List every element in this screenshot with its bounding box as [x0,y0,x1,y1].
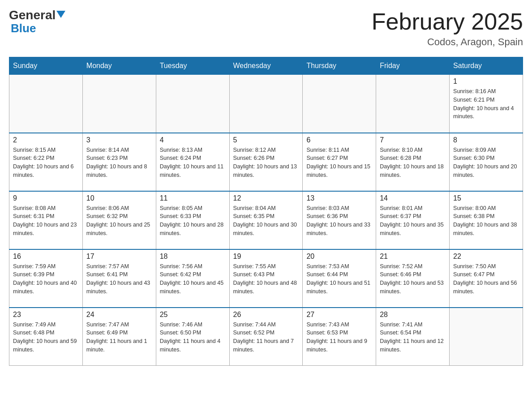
day-info: Sunrise: 7:56 AMSunset: 6:42 PMDaylight:… [160,262,226,296]
day-info: Sunrise: 8:03 AMSunset: 6:36 PMDaylight:… [306,204,372,238]
day-info: Sunrise: 7:52 AMSunset: 6:46 PMDaylight:… [380,262,446,296]
table-row: 5Sunrise: 8:12 AMSunset: 6:26 PMDaylight… [229,133,303,191]
day-number: 19 [233,253,299,261]
table-row: 11Sunrise: 8:05 AMSunset: 6:33 PMDayligh… [156,191,229,249]
day-number: 20 [306,253,372,261]
day-info: Sunrise: 7:50 AMSunset: 6:47 PMDaylight:… [453,262,519,296]
table-row [450,308,523,366]
day-number: 21 [380,253,446,261]
day-info: Sunrise: 8:10 AMSunset: 6:28 PMDaylight:… [380,146,446,180]
table-row: 27Sunrise: 7:43 AMSunset: 6:53 PMDayligh… [303,308,376,366]
col-friday: Friday [376,57,450,75]
table-row: 13Sunrise: 8:03 AMSunset: 6:36 PMDayligh… [303,191,376,249]
day-number: 13 [306,194,372,202]
day-number: 6 [306,136,372,144]
day-number: 12 [233,194,299,202]
day-info: Sunrise: 8:01 AMSunset: 6:37 PMDaylight:… [380,204,446,238]
calendar-header-row: Sunday Monday Tuesday Wednesday Thursday… [9,57,523,75]
day-number: 2 [13,136,79,144]
day-number: 25 [160,311,226,319]
table-row: 1Sunrise: 8:16 AMSunset: 6:21 PMDaylight… [450,75,523,133]
day-info: Sunrise: 8:08 AMSunset: 6:31 PMDaylight:… [13,204,79,238]
table-row: 10Sunrise: 8:06 AMSunset: 6:32 PMDayligh… [82,191,156,249]
table-row: 23Sunrise: 7:49 AMSunset: 6:48 PMDayligh… [9,308,83,366]
day-info: Sunrise: 8:14 AMSunset: 6:23 PMDaylight:… [86,146,152,180]
month-title: February 2025 [372,9,523,34]
col-tuesday: Tuesday [156,57,229,75]
table-row [9,75,83,133]
day-number: 16 [13,253,79,261]
table-row: 16Sunrise: 7:59 AMSunset: 6:39 PMDayligh… [9,249,83,308]
table-row: 6Sunrise: 8:11 AMSunset: 6:27 PMDaylight… [303,133,376,191]
table-row: 17Sunrise: 7:57 AMSunset: 6:41 PMDayligh… [82,249,156,308]
logo-blue-text: Blue [11,22,36,34]
table-row: 20Sunrise: 7:53 AMSunset: 6:44 PMDayligh… [303,249,376,308]
day-number: 26 [233,311,299,319]
logo-general-text: General [9,9,65,21]
day-number: 3 [86,136,152,144]
table-row [303,75,376,133]
table-row: 4Sunrise: 8:13 AMSunset: 6:24 PMDaylight… [156,133,229,191]
table-row: 28Sunrise: 7:41 AMSunset: 6:54 PMDayligh… [376,308,450,366]
day-number: 4 [160,136,226,144]
calendar-table: Sunday Monday Tuesday Wednesday Thursday… [9,57,523,366]
day-number: 28 [380,311,446,319]
day-number: 15 [453,194,519,202]
day-info: Sunrise: 7:59 AMSunset: 6:39 PMDaylight:… [13,262,79,296]
table-row: 26Sunrise: 7:44 AMSunset: 6:52 PMDayligh… [229,308,303,366]
table-row: 21Sunrise: 7:52 AMSunset: 6:46 PMDayligh… [376,249,450,308]
table-row: 18Sunrise: 7:56 AMSunset: 6:42 PMDayligh… [156,249,229,308]
table-row: 19Sunrise: 7:55 AMSunset: 6:43 PMDayligh… [229,249,303,308]
col-saturday: Saturday [450,57,523,75]
title-section: February 2025 Codos, Aragon, Spain [372,9,523,48]
day-info: Sunrise: 8:04 AMSunset: 6:35 PMDaylight:… [233,204,299,238]
table-row: 7Sunrise: 8:10 AMSunset: 6:28 PMDaylight… [376,133,450,191]
table-row [156,75,229,133]
day-number: 11 [160,194,226,202]
day-info: Sunrise: 7:55 AMSunset: 6:43 PMDaylight:… [233,262,299,296]
table-row [229,75,303,133]
day-number: 17 [86,253,152,261]
day-number: 22 [453,253,519,261]
day-info: Sunrise: 8:11 AMSunset: 6:27 PMDaylight:… [306,146,372,180]
day-number: 5 [233,136,299,144]
day-number: 27 [306,311,372,319]
logo: General Blue [9,9,65,34]
day-number: 14 [380,194,446,202]
day-info: Sunrise: 8:00 AMSunset: 6:38 PMDaylight:… [453,204,519,238]
day-info: Sunrise: 8:06 AMSunset: 6:32 PMDaylight:… [86,204,152,238]
table-row [82,75,156,133]
col-sunday: Sunday [9,57,83,75]
day-info: Sunrise: 7:44 AMSunset: 6:52 PMDaylight:… [233,321,299,354]
table-row: 8Sunrise: 8:09 AMSunset: 6:30 PMDaylight… [450,133,523,191]
day-info: Sunrise: 7:49 AMSunset: 6:48 PMDaylight:… [13,321,79,354]
day-info: Sunrise: 7:57 AMSunset: 6:41 PMDaylight:… [86,262,152,296]
day-number: 1 [453,77,519,86]
day-info: Sunrise: 8:12 AMSunset: 6:26 PMDaylight:… [233,146,299,180]
day-info: Sunrise: 7:53 AMSunset: 6:44 PMDaylight:… [306,262,372,296]
day-number: 24 [86,311,152,319]
table-row: 22Sunrise: 7:50 AMSunset: 6:47 PMDayligh… [450,249,523,308]
day-info: Sunrise: 7:46 AMSunset: 6:50 PMDaylight:… [160,321,226,354]
table-row: 3Sunrise: 8:14 AMSunset: 6:23 PMDaylight… [82,133,156,191]
day-number: 10 [86,194,152,202]
day-number: 23 [13,311,79,319]
day-info: Sunrise: 8:16 AMSunset: 6:21 PMDaylight:… [453,87,519,121]
day-number: 8 [453,136,519,144]
day-info: Sunrise: 8:05 AMSunset: 6:33 PMDaylight:… [160,204,226,238]
day-info: Sunrise: 7:47 AMSunset: 6:49 PMDaylight:… [86,321,152,354]
col-thursday: Thursday [303,57,376,75]
table-row: 12Sunrise: 8:04 AMSunset: 6:35 PMDayligh… [229,191,303,249]
table-row [376,75,450,133]
day-number: 18 [160,253,226,261]
table-row: 24Sunrise: 7:47 AMSunset: 6:49 PMDayligh… [82,308,156,366]
day-number: 7 [380,136,446,144]
day-info: Sunrise: 8:15 AMSunset: 6:22 PMDaylight:… [13,146,79,180]
table-row: 14Sunrise: 8:01 AMSunset: 6:37 PMDayligh… [376,191,450,249]
location: Codos, Aragon, Spain [372,36,523,48]
page-header: General Blue February 2025 Codos, Aragon… [9,9,523,48]
table-row: 15Sunrise: 8:00 AMSunset: 6:38 PMDayligh… [450,191,523,249]
col-monday: Monday [82,57,156,75]
logo-triangle-icon [56,11,65,18]
col-wednesday: Wednesday [229,57,303,75]
